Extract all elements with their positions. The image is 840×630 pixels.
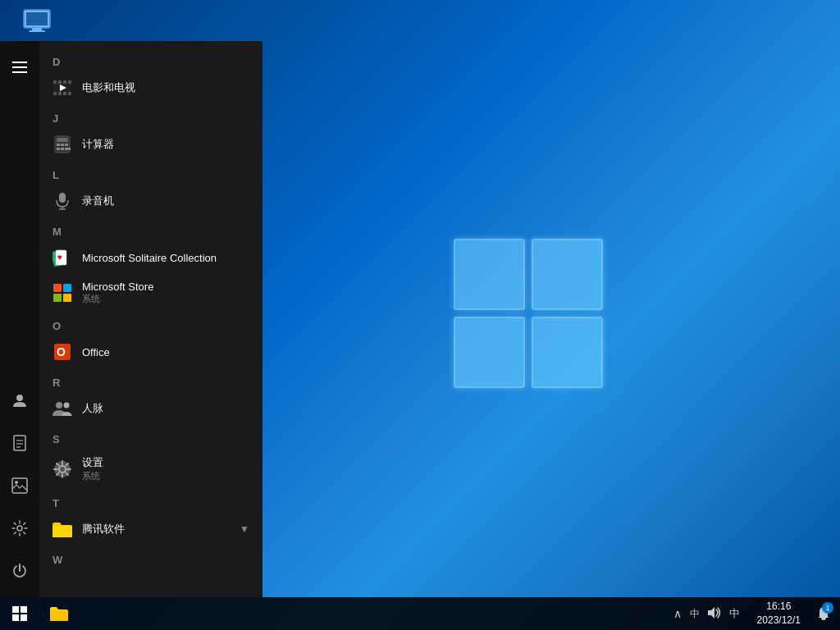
svg-rect-31 <box>57 148 60 150</box>
svg-rect-52 <box>21 606 27 613</box>
folder-icon <box>52 519 72 539</box>
svg-rect-6 <box>32 28 42 30</box>
app-item-settings[interactable]: 设置 系统 <box>39 449 262 489</box>
app-item-office[interactable]: O Office <box>39 336 262 368</box>
hamburger-button[interactable] <box>0 48 39 87</box>
store-icon <box>52 283 72 303</box>
movies-tv-icon <box>52 78 72 98</box>
svg-rect-30 <box>65 144 68 146</box>
svg-rect-29 <box>61 144 64 146</box>
desktop: 此电脑 <box>0 0 840 630</box>
calculator-icon <box>52 135 72 154</box>
user-account-button[interactable] <box>0 381 39 420</box>
app-item-contacts[interactable]: 人脉 <box>39 392 262 425</box>
documents-button[interactable] <box>0 423 39 463</box>
start-button[interactable] <box>0 597 39 630</box>
section-letter-s: S <box>39 425 262 449</box>
section-letter-d: D <box>39 48 262 71</box>
svg-rect-42 <box>53 294 62 302</box>
svg-rect-1 <box>532 240 602 309</box>
svg-rect-34 <box>59 193 66 203</box>
svg-rect-53 <box>12 614 19 621</box>
clock-date: 2023/12/1 <box>757 614 801 628</box>
svg-rect-40 <box>53 284 62 292</box>
network-icon[interactable]: 中 <box>687 607 702 621</box>
svg-point-46 <box>56 402 62 409</box>
app-item-tencent-folder[interactable]: 腾讯软件 ▼ <box>39 513 262 546</box>
svg-rect-50 <box>52 526 72 537</box>
svg-rect-41 <box>63 284 71 292</box>
svg-rect-54 <box>21 614 27 621</box>
svg-rect-55 <box>50 610 68 621</box>
photos-button[interactable] <box>0 466 39 505</box>
windows-logo-desktop <box>446 231 610 399</box>
notification-badge: 1 <box>822 602 833 614</box>
svg-point-47 <box>64 403 70 409</box>
svg-rect-7 <box>29 30 45 32</box>
settings-icon <box>11 520 28 536</box>
svg-rect-18 <box>58 80 62 84</box>
notification-button[interactable]: 1 <box>810 597 837 630</box>
svg-point-8 <box>16 395 23 401</box>
svg-rect-9 <box>14 436 25 450</box>
left-strip-bottom <box>0 381 39 597</box>
svg-rect-20 <box>68 80 71 84</box>
ime-icon[interactable]: 中 <box>727 606 742 621</box>
svg-rect-17 <box>53 80 57 84</box>
document-icon <box>12 435 27 451</box>
start-menu: D 电影和电视 <box>0 41 262 597</box>
settings-label: 设置 <box>82 455 103 470</box>
this-pc-icon <box>22 8 52 41</box>
system-tray: ∧ 中 中 <box>666 606 747 621</box>
file-explorer-button[interactable] <box>39 597 79 630</box>
tray-arrow[interactable]: ∧ <box>671 607 684 620</box>
contacts-label: 人脉 <box>82 401 103 416</box>
app-item-recorder[interactable]: 录音机 <box>39 185 262 217</box>
store-info: Microsoft Store 系统 <box>82 281 153 305</box>
folder-chevron-icon: ▼ <box>240 523 249 535</box>
svg-rect-5 <box>26 12 48 25</box>
svg-rect-27 <box>57 138 68 142</box>
taskbar: ∧ 中 中 16:16 2023/12/1 <box>0 597 840 630</box>
clock-time: 16:16 <box>766 600 791 614</box>
section-letter-t: T <box>39 489 262 513</box>
movies-tv-label: 电影和电视 <box>82 80 135 95</box>
svg-rect-23 <box>63 92 66 95</box>
section-letter-w: W <box>39 546 262 569</box>
svg-rect-22 <box>58 92 62 95</box>
office-label: Office <box>82 346 110 358</box>
svg-rect-28 <box>57 144 60 146</box>
svg-rect-13 <box>12 478 27 493</box>
svg-rect-32 <box>61 148 64 150</box>
svg-rect-0 <box>454 240 524 309</box>
app-item-calculator[interactable]: 计算器 <box>39 128 262 161</box>
section-letter-l: L <box>39 161 262 185</box>
svg-rect-19 <box>63 80 66 84</box>
svg-point-15 <box>17 526 22 531</box>
taskbar-clock[interactable]: 16:16 2023/12/1 <box>751 600 807 628</box>
user-icon <box>11 392 28 409</box>
svg-point-14 <box>15 481 18 484</box>
svg-text:O: O <box>57 345 66 358</box>
solitaire-icon: ♥ <box>52 248 72 267</box>
settings-app-icon <box>52 459 72 479</box>
section-letter-o: O <box>39 312 262 336</box>
settings-button[interactable] <box>0 509 39 548</box>
power-button[interactable] <box>0 551 39 591</box>
section-letter-r: R <box>39 368 262 392</box>
start-menu-app-list: D 电影和电视 <box>39 41 262 597</box>
svg-text:♥: ♥ <box>57 253 62 262</box>
recorder-icon <box>52 191 72 211</box>
section-letter-j: J <box>39 104 262 128</box>
store-label: Microsoft Store <box>82 281 153 293</box>
app-item-movies-tv[interactable]: 电影和电视 <box>39 71 262 104</box>
section-letter-m: M <box>39 217 262 241</box>
windows-logo-icon <box>12 606 27 621</box>
app-item-store[interactable]: Microsoft Store 系统 <box>39 274 262 312</box>
volume-icon[interactable] <box>705 607 724 621</box>
app-item-solitaire[interactable]: ♥ Microsoft Solitaire Collection <box>39 241 262 274</box>
settings-subtitle: 系统 <box>82 470 103 482</box>
svg-rect-33 <box>65 148 71 150</box>
svg-rect-3 <box>532 317 602 387</box>
settings-info: 设置 系统 <box>82 455 103 482</box>
